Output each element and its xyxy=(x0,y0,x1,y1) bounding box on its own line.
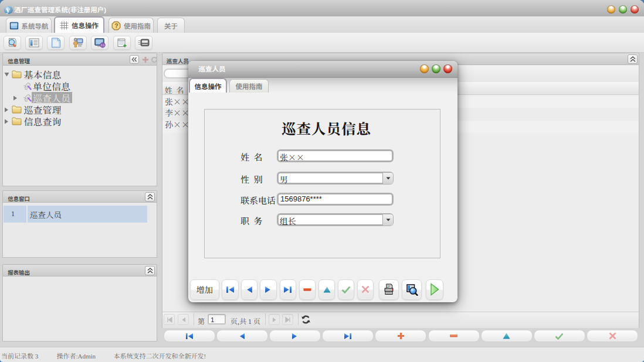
svg-text:y: y xyxy=(6,5,10,14)
svg-text:?: ? xyxy=(114,22,118,29)
